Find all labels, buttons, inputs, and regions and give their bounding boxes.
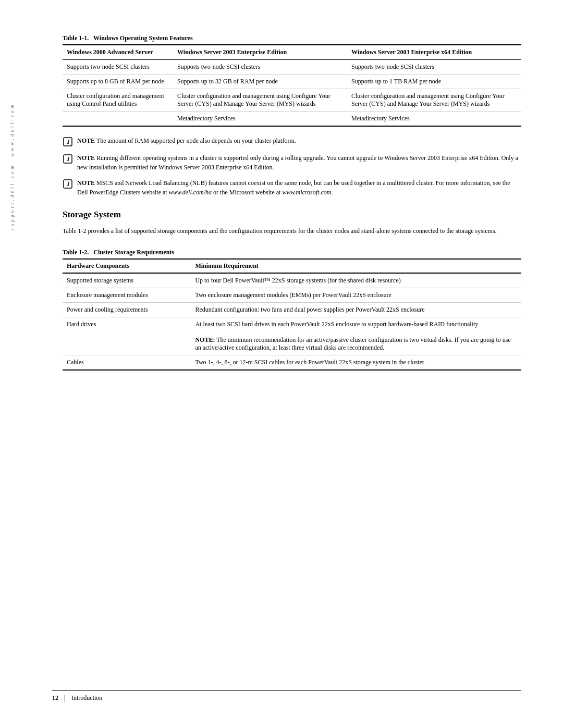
storage-system-intro: Table 1-2 provides a list of supported s…: [63, 226, 521, 236]
table1-r4c2: Metadirectory Services: [173, 112, 347, 127]
table1-col3-header: Windows Server 2003 Enterprise x64 Editi…: [347, 45, 521, 60]
table2-r4-note: NOTE: The minimum recommendation for an …: [195, 336, 510, 351]
page-container: w w w . d e l l . c o m s u p p o r t . …: [0, 0, 563, 728]
table2-r3-requirement: Redundant configuration: two fans and du…: [191, 303, 521, 317]
storage-system-heading: Storage System: [63, 209, 521, 220]
table-row: Enclosure management modules Two enclosu…: [63, 288, 521, 303]
table2-col2-header: Minimum Requirement: [191, 259, 521, 273]
sidebar-url2: s u p p o r t . d e l l . c o m: [9, 165, 15, 230]
note2-text: NOTE Running different operating systems…: [77, 153, 521, 172]
table1-r4c1: [63, 112, 173, 127]
note2-pencil-icon: ℹ: [63, 154, 72, 164]
table-row: Supported storage systems Up to four Del…: [63, 273, 521, 288]
table2-caption: Table 1-2. Cluster Storage Requirements: [63, 245, 521, 258]
table1-caption-label: Table 1-1. Windows Operating System Feat…: [63, 34, 193, 42]
table1-r1c1: Supports two-node SCSI clusters: [63, 60, 173, 75]
table1: Windows 2000 Advanced Server Windows Ser…: [63, 44, 521, 127]
footer-page-number: 12: [52, 694, 58, 702]
table-row: Cables Two 1-, 4-, 8-, or 12-m SCSI cabl…: [63, 355, 521, 371]
table1-col1-header: Windows 2000 Advanced Server: [63, 45, 173, 60]
note1-block: ℹ NOTE The amount of RAM supported per n…: [63, 136, 521, 147]
note3-pencil-icon: ℹ: [63, 179, 72, 189]
table2-r1-requirement: Up to four Dell PowerVault™ 22xS storage…: [191, 273, 521, 288]
table1-r3c3: Cluster configuration and management usi…: [347, 89, 521, 112]
note3-url1: www.dell.com/ha: [169, 189, 212, 196]
table-row: Power and cooling requirements Redundant…: [63, 303, 521, 317]
table1-col2-header: Windows Server 2003 Enterprise Edition: [173, 45, 347, 60]
table-row: Supports up to 8 GB of RAM per node Supp…: [63, 75, 521, 89]
table2-r1-component: Supported storage systems: [63, 273, 191, 288]
note2-content: Running different operating systems in a…: [77, 154, 518, 171]
note1-content: The amount of RAM supported per node als…: [96, 137, 296, 144]
table2-r2-component: Enclosure management modules: [63, 288, 191, 303]
note1-icon: ℹ: [63, 137, 73, 147]
note2-block: ℹ NOTE Running different operating syste…: [63, 153, 521, 172]
main-content: Table 1-1. Windows Operating System Feat…: [63, 31, 521, 371]
table2-r5-component: Cables: [63, 355, 191, 371]
table2-r4-component: Hard drives: [63, 317, 191, 355]
note3-icon: ℹ: [63, 179, 73, 189]
note1-label: NOTE: [77, 137, 95, 144]
table2-r5-requirement: Two 1-, 4-, 8-, or 12-m SCSI cables for …: [191, 355, 521, 371]
table2-r2-requirement: Two enclosure management modules (EMMs) …: [191, 288, 521, 303]
sidebar-text: w w w . d e l l . c o m s u p p o r t . …: [9, 104, 15, 230]
table1-r1c2: Supports two-node SCSI clusters: [173, 60, 347, 75]
table-row: Metadirectory Services Metadirectory Ser…: [63, 112, 521, 127]
svg-text:ℹ: ℹ: [67, 181, 69, 187]
table1-r2c2: Supports up to 32 GB of RAM per node: [173, 75, 347, 89]
note-pencil-icon: ℹ: [63, 137, 72, 146]
table2-r4-requirement: At least two SCSI hard drives in each Po…: [191, 317, 521, 355]
note3-url2: www.microsoft.com: [282, 189, 331, 196]
footer-section-label: Introduction: [71, 694, 102, 702]
table2: Hardware Components Minimum Requirement …: [63, 258, 521, 371]
table1-r2c3: Supports up to 1 TB RAM per node: [347, 75, 521, 89]
page-footer: 12 Introduction: [52, 690, 521, 702]
svg-text:ℹ: ℹ: [67, 156, 69, 162]
table-row: Cluster configuration and management usi…: [63, 89, 521, 112]
table-row: Hard drives At least two SCSI hard drive…: [63, 317, 521, 355]
note1-text: NOTE The amount of RAM supported per nod…: [77, 136, 521, 145]
footer-separator-line: [65, 695, 65, 702]
note3-label: NOTE: [77, 179, 95, 187]
table1-r1c3: Supports two-node SCSI clusters: [347, 60, 521, 75]
table1-r2c1: Supports up to 8 GB of RAM per node: [63, 75, 173, 89]
note2-icon: ℹ: [63, 154, 73, 164]
note2-label: NOTE: [77, 154, 95, 162]
table2-col1-header: Hardware Components: [63, 259, 191, 273]
table1-r4c3: Metadirectory Services: [347, 112, 521, 127]
table1-caption: Table 1-1. Windows Operating System Feat…: [63, 31, 521, 44]
note3-block: ℹ NOTE MSCS and Network Load Balancing (…: [63, 178, 521, 197]
table1-r3c1: Cluster configuration and management usi…: [63, 89, 173, 112]
table-row: Supports two-node SCSI clusters Supports…: [63, 60, 521, 75]
table2-caption-label: Table 1-2. Cluster Storage Requirements: [63, 249, 174, 256]
table2-r3-component: Power and cooling requirements: [63, 303, 191, 317]
note3-text: NOTE MSCS and Network Load Balancing (NL…: [77, 178, 521, 197]
svg-text:ℹ: ℹ: [67, 139, 69, 145]
table1-r3c2: Cluster configuration and management usi…: [173, 89, 347, 112]
sidebar-url1: w w w . d e l l . c o m: [9, 104, 15, 157]
